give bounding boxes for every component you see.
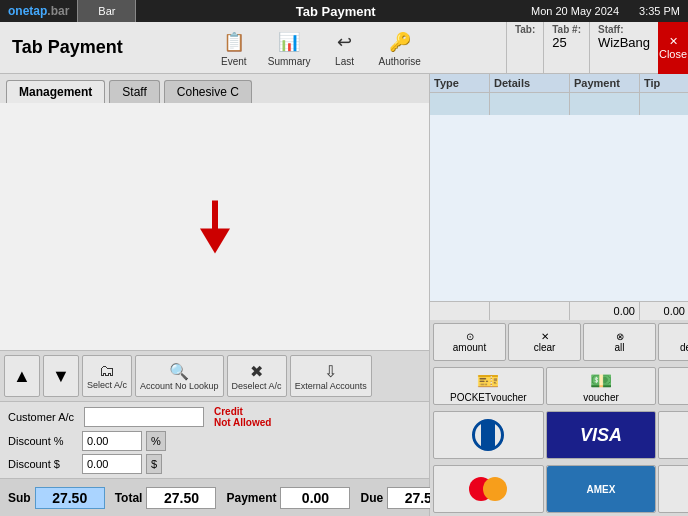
due-label: Due xyxy=(360,491,383,505)
pocketvoucher-button[interactable]: 🎫 POCKETvoucher xyxy=(433,367,544,405)
details-button[interactable]: ≡ details xyxy=(658,323,688,361)
percent-symbol: % xyxy=(146,431,166,451)
discount-dollar-input[interactable] xyxy=(82,454,142,474)
footer-totals: Sub 27.50 Total 27.50 Payment 0.00 Due 2… xyxy=(0,478,429,516)
sub-group: Sub 27.50 xyxy=(8,487,105,509)
voucher-button[interactable]: 💵 voucher xyxy=(546,367,657,405)
authorise-button[interactable]: 🔑 Authorise xyxy=(371,26,429,69)
event-icon: 📋 xyxy=(220,28,248,56)
arrow-down-icon xyxy=(200,228,230,253)
diners-button[interactable] xyxy=(433,411,544,459)
header-icons: 📋 Event 📊 Summary ↩ Last 🔑 Authorise xyxy=(135,26,506,69)
discount-dollar-label: Discount $ xyxy=(8,458,78,470)
total-group: Total 27.50 xyxy=(115,487,217,509)
authorise-icon: 🔑 xyxy=(386,28,414,56)
account-lookup-icon: 🔍 xyxy=(169,362,189,381)
external-accounts-icon: ⇩ xyxy=(324,362,337,381)
diners-logo-icon xyxy=(472,419,504,451)
all-button[interactable]: ⊗ all xyxy=(583,323,656,361)
table-totals-row: 0.00 0.00 0.00 0.00 xyxy=(430,301,688,320)
discount-percent-label: Discount % xyxy=(8,435,78,447)
top-bar: onetap.bar Bar Tab Payment Mon 20 May 20… xyxy=(0,0,688,22)
amount-button[interactable]: ⊙ amount xyxy=(433,323,506,361)
col-tip: Tip xyxy=(640,74,688,92)
summary-button[interactable]: 📊 Summary xyxy=(260,26,319,69)
total-label: Total xyxy=(115,491,143,505)
eftpos-button[interactable]: 💻 eftpos xyxy=(658,411,688,459)
date-display: Mon 20 May 2024 xyxy=(531,5,619,17)
tab-staff[interactable]: Staff xyxy=(109,80,159,103)
customer-row: Customer A/c Credit Not Allowed xyxy=(8,406,421,428)
tab-number-cell: Tab #: 25 xyxy=(543,22,589,74)
visa-button[interactable]: VISA xyxy=(546,411,657,459)
deselect-ac-button[interactable]: ✖ Deselect A/c xyxy=(227,355,287,397)
amount-icon: ⊙ xyxy=(466,331,474,342)
discount-percent-row: Discount % % xyxy=(8,431,421,451)
payment-value: 0.00 xyxy=(280,487,350,509)
table-body xyxy=(430,93,688,301)
other-button[interactable]: 💳 other xyxy=(658,367,688,405)
visa-logo-icon: VISA xyxy=(547,412,656,458)
discount-dollar-row: Discount $ $ xyxy=(8,454,421,474)
sub-value: 27.50 xyxy=(35,487,105,509)
dollar-symbol: $ xyxy=(146,454,162,474)
customer-ac-input[interactable] xyxy=(84,407,204,427)
mastercard-logo-icon xyxy=(469,477,507,501)
tab-management[interactable]: Management xyxy=(6,80,105,103)
clear-button[interactable]: ✕ clear xyxy=(508,323,581,361)
event-button[interactable]: 📋 Event xyxy=(212,26,256,69)
left-content xyxy=(0,103,429,350)
deselect-icon: ✖ xyxy=(250,362,263,381)
payment-row1: 🎫 POCKETvoucher 💵 voucher 💳 other ✏ edit xyxy=(430,364,688,408)
close-icon: ✕ xyxy=(669,35,678,48)
cash-button[interactable]: 💵 cash xyxy=(658,465,688,513)
pocketvoucher-icon: 🎫 xyxy=(477,370,499,392)
total-tip: 0.00 xyxy=(640,302,688,320)
external-accounts-button[interactable]: ⇩ External Accounts xyxy=(290,355,372,397)
staff-cell: Staff: WizBang xyxy=(589,22,658,74)
mastercard-button[interactable] xyxy=(433,465,544,513)
action-bar: ▲ ▼ 🗂 Select A/c 🔍 Account No Lookup ✖ D… xyxy=(0,350,429,401)
tab-info: Tab: Tab #: 25 Staff: WizBang ✕ Close xyxy=(506,22,688,74)
table-row xyxy=(430,93,688,115)
customer-ac-label: Customer A/c xyxy=(8,411,78,423)
total-value: 27.50 xyxy=(146,487,216,509)
payment-methods-row2: AMEX 💵 cash xyxy=(430,462,688,516)
window-title: Tab Payment xyxy=(140,4,530,19)
amex-button[interactable]: AMEX xyxy=(546,465,657,513)
down-button[interactable]: ▼ xyxy=(43,355,79,397)
staff-name: WizBang xyxy=(598,35,650,50)
credit-label: Credit xyxy=(214,406,271,417)
tab-number: 25 xyxy=(552,35,581,50)
venue-label: Bar xyxy=(77,0,136,22)
last-icon: ↩ xyxy=(331,28,359,56)
up-button[interactable]: ▲ xyxy=(4,355,40,397)
arrow-indicator xyxy=(200,200,230,253)
left-panel: Management Staff Cohesive C ▲ ▼ 🗂 Select… xyxy=(0,74,430,516)
payment-label: Payment xyxy=(226,491,276,505)
total-payment: 0.00 xyxy=(570,302,640,320)
select-ac-button[interactable]: 🗂 Select A/c xyxy=(82,355,132,397)
amex-logo-icon: AMEX xyxy=(547,466,656,512)
last-button[interactable]: ↩ Last xyxy=(323,26,367,69)
all-icon: ⊗ xyxy=(616,331,624,342)
account-no-lookup-button[interactable]: 🔍 Account No Lookup xyxy=(135,355,224,397)
sub-label: Sub xyxy=(8,491,31,505)
voucher-icon: 💵 xyxy=(590,370,612,392)
col-details: Details xyxy=(490,74,570,92)
tab-cohesive[interactable]: Cohesive C xyxy=(164,80,252,103)
header-row: Tab Payment 📋 Event 📊 Summary ↩ Last 🔑 A… xyxy=(0,22,688,74)
discount-percent-input[interactable] xyxy=(82,431,142,451)
col-type: Type xyxy=(430,74,490,92)
time-display: 3:35 PM xyxy=(639,5,680,17)
logo: onetap.bar xyxy=(0,4,77,18)
right-action-row: ⊙ amount ✕ clear ⊗ all ≡ details ▲ ▼ xyxy=(430,320,688,364)
left-tabs: Management Staff Cohesive C xyxy=(0,74,429,103)
arrow-stem xyxy=(212,200,218,230)
clear-icon: ✕ xyxy=(541,331,549,342)
main-area: Management Staff Cohesive C ▲ ▼ 🗂 Select… xyxy=(0,74,688,516)
select-ac-icon: 🗂 xyxy=(99,362,115,380)
page-title: Tab Payment xyxy=(0,37,135,58)
close-button[interactable]: ✕ Close xyxy=(658,22,688,74)
summary-icon: 📊 xyxy=(275,28,303,56)
